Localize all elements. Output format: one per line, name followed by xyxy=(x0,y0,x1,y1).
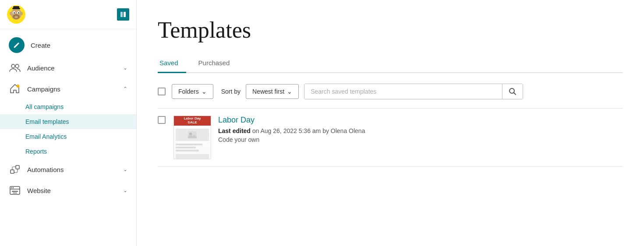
svg-point-8 xyxy=(10,12,12,15)
svg-rect-12 xyxy=(120,12,123,17)
svg-rect-13 xyxy=(124,12,126,17)
last-edited-detail: on Aug 26, 2022 5:36 am by Olena Olena xyxy=(252,127,365,134)
tab-saved[interactable]: Saved xyxy=(158,55,186,73)
automations-icon xyxy=(9,163,21,176)
template-type: Code your own xyxy=(218,136,623,143)
reports-link[interactable]: Reports xyxy=(25,148,47,155)
template-checkbox[interactable] xyxy=(158,116,166,124)
campaigns-icon xyxy=(9,83,21,95)
website-chevron-icon: ⌄ xyxy=(123,187,127,193)
create-icon xyxy=(9,37,25,53)
sidebar-item-email-templates[interactable]: Email templates xyxy=(0,114,136,129)
template-meta: Last edited on Aug 26, 2022 5:36 am by O… xyxy=(218,127,623,134)
sort-button[interactable]: Newest first ⌄ xyxy=(246,84,299,99)
svg-rect-18 xyxy=(11,170,14,173)
svg-point-16 xyxy=(17,85,19,88)
sidebar: Create Audience ⌄ xyxy=(0,0,137,246)
automations-chevron-icon: ⌄ xyxy=(123,166,127,172)
folders-chevron-icon: ⌄ xyxy=(202,88,207,95)
audience-icon xyxy=(9,62,21,74)
email-templates-link[interactable]: Email templates xyxy=(25,118,69,125)
template-checkbox-wrapper xyxy=(158,116,166,124)
search-input[interactable] xyxy=(304,84,502,99)
sidebar-toggle-icon xyxy=(120,11,127,18)
svg-point-6 xyxy=(18,12,19,14)
svg-rect-19 xyxy=(16,165,19,169)
email-analytics-link[interactable]: Email Analytics xyxy=(25,133,67,140)
sidebar-item-reports[interactable]: Reports xyxy=(0,144,136,159)
sidebar-item-all-campaigns[interactable]: All campaigns xyxy=(0,99,136,114)
search-button[interactable] xyxy=(502,84,523,99)
search-container xyxy=(304,84,523,99)
svg-point-22 xyxy=(11,187,12,188)
sidebar-navigation: Create Audience ⌄ xyxy=(0,29,136,204)
main-content: Templates Saved Purchased Folders ⌄ Sort… xyxy=(137,0,644,246)
svg-rect-11 xyxy=(13,6,19,9)
tab-purchased[interactable]: Purchased xyxy=(197,55,238,73)
sidebar-item-campaigns[interactable]: Campaigns ⌃ xyxy=(0,78,136,99)
tabs-bar: Saved Purchased xyxy=(158,55,623,73)
sort-by-label: Sort by xyxy=(221,88,241,95)
last-edited-label: Last edited xyxy=(218,127,251,134)
all-campaigns-link[interactable]: All campaigns xyxy=(25,103,64,110)
logo-area xyxy=(7,5,25,24)
templates-toolbar: Folders ⌄ Sort by Newest first ⌄ xyxy=(158,84,623,99)
table-row: Labor DaySALE xyxy=(158,109,623,167)
sidebar-header xyxy=(0,0,136,29)
campaigns-chevron-icon: ⌃ xyxy=(123,86,127,92)
svg-point-5 xyxy=(14,12,15,14)
page-title: Templates xyxy=(158,18,623,42)
folders-button-label: Folders xyxy=(178,88,199,95)
sidebar-item-create-label: Create xyxy=(31,42,127,49)
mailchimp-logo xyxy=(7,5,25,24)
template-thumbnail: Labor DaySALE xyxy=(173,116,211,159)
website-icon xyxy=(9,184,21,197)
sidebar-item-website-label: Website xyxy=(27,187,117,194)
sidebar-item-website[interactable]: Website ⌄ xyxy=(0,180,136,201)
svg-point-14 xyxy=(11,64,15,68)
sidebar-item-campaigns-label: Campaigns xyxy=(27,85,117,93)
svg-point-15 xyxy=(15,64,19,68)
folders-button[interactable]: Folders ⌄ xyxy=(172,84,213,99)
sidebar-item-create[interactable]: Create xyxy=(0,33,136,57)
select-all-checkbox-wrapper xyxy=(158,87,166,96)
campaigns-sub-nav: All campaigns Email templates Email Anal… xyxy=(0,99,136,159)
svg-line-27 xyxy=(514,93,516,95)
sort-chevron-icon: ⌄ xyxy=(287,88,292,95)
sidebar-item-automations-label: Automations xyxy=(27,166,117,173)
templates-list: Labor DaySALE xyxy=(158,108,623,167)
svg-point-23 xyxy=(13,187,14,188)
sidebar-item-audience[interactable]: Audience ⌄ xyxy=(0,57,136,78)
sidebar-item-audience-label: Audience xyxy=(27,64,117,72)
template-info: Labor Day Last edited on Aug 26, 2022 5:… xyxy=(218,116,623,143)
svg-rect-25 xyxy=(13,193,17,193)
svg-point-9 xyxy=(20,12,23,15)
audience-chevron-icon: ⌄ xyxy=(123,65,127,71)
template-name[interactable]: Labor Day xyxy=(218,116,623,125)
sidebar-toggle-button[interactable] xyxy=(117,8,129,21)
search-icon xyxy=(509,88,517,95)
sidebar-item-automations[interactable]: Automations ⌄ xyxy=(0,159,136,180)
sidebar-item-email-analytics[interactable]: Email Analytics xyxy=(0,129,136,144)
select-all-checkbox[interactable] xyxy=(158,88,166,95)
svg-rect-24 xyxy=(12,191,18,192)
svg-point-7 xyxy=(14,16,18,18)
sort-value-label: Newest first xyxy=(252,88,284,95)
